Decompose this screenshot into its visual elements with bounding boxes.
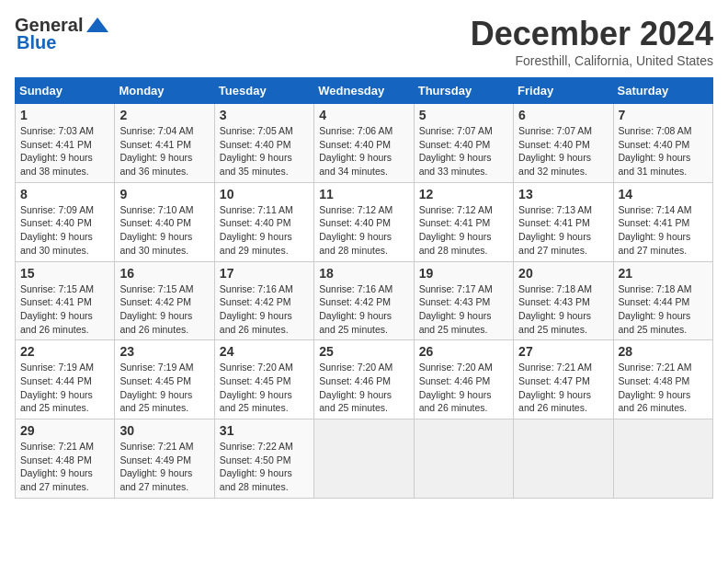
day-number: 14 [619,187,708,201]
day-cell: 7Sunrise: 7:08 AM Sunset: 4:40 PM Daylig… [613,104,712,183]
day-cell: 4Sunrise: 7:06 AM Sunset: 4:40 PM Daylig… [314,104,414,183]
day-number: 30 [119,423,209,438]
day-info: Sunrise: 7:20 AM Sunset: 4:45 PM Dayligh… [220,361,309,415]
day-cell: 3Sunrise: 7:05 AM Sunset: 4:40 PM Daylig… [214,104,313,183]
day-info: Sunrise: 7:22 AM Sunset: 4:50 PM Dayligh… [220,440,309,494]
day-cell: 19Sunrise: 7:17 AM Sunset: 4:43 PM Dayli… [414,261,513,340]
day-cell: 28Sunrise: 7:21 AM Sunset: 4:48 PM Dayli… [613,340,712,419]
day-number: 12 [419,187,508,201]
day-cell: 8Sunrise: 7:09 AM Sunset: 4:40 PM Daylig… [16,182,115,261]
day-info: Sunrise: 7:10 AM Sunset: 4:40 PM Dayligh… [119,203,209,258]
day-cell: 12Sunrise: 7:12 AM Sunset: 4:41 PM Dayli… [414,182,513,261]
day-cell: 6Sunrise: 7:07 AM Sunset: 4:40 PM Daylig… [514,104,613,183]
day-number: 9 [119,187,209,201]
logo-blue: Blue [17,32,56,53]
day-number: 22 [20,344,109,359]
day-cell: 18Sunrise: 7:16 AM Sunset: 4:42 PM Dayli… [314,261,414,340]
day-number: 7 [619,108,708,122]
day-cell: 25Sunrise: 7:20 AM Sunset: 4:46 PM Dayli… [314,340,414,419]
day-number: 2 [119,108,209,122]
calendar-table: SundayMondayTuesdayWednesdayThursdayFrid… [15,77,713,499]
location: Foresthill, California, United States [471,53,713,68]
day-cell: 30Sunrise: 7:21 AM Sunset: 4:49 PM Dayli… [115,419,214,499]
day-cell: 17Sunrise: 7:16 AM Sunset: 4:42 PM Dayli… [214,261,313,340]
day-number: 8 [20,187,109,201]
day-info: Sunrise: 7:09 AM Sunset: 4:40 PM Dayligh… [20,203,109,258]
day-info: Sunrise: 7:20 AM Sunset: 4:46 PM Dayligh… [319,361,408,415]
day-number: 13 [518,187,608,201]
day-info: Sunrise: 7:13 AM Sunset: 4:41 PM Dayligh… [518,203,608,258]
week-row-4: 22Sunrise: 7:19 AM Sunset: 4:44 PM Dayli… [16,340,713,419]
day-info: Sunrise: 7:18 AM Sunset: 4:44 PM Dayligh… [619,282,708,337]
day-number: 28 [619,344,708,359]
day-cell: 23Sunrise: 7:19 AM Sunset: 4:45 PM Dayli… [115,340,214,419]
day-info: Sunrise: 7:15 AM Sunset: 4:41 PM Dayligh… [20,282,109,337]
day-number: 18 [319,266,408,281]
header-tuesday: Tuesday [214,78,313,104]
day-cell: 21Sunrise: 7:18 AM Sunset: 4:44 PM Dayli… [613,261,712,340]
day-number: 26 [419,344,508,359]
day-info: Sunrise: 7:07 AM Sunset: 4:40 PM Dayligh… [518,124,608,178]
day-number: 20 [518,266,608,281]
week-row-1: 1Sunrise: 7:03 AM Sunset: 4:41 PM Daylig… [16,104,713,183]
day-info: Sunrise: 7:06 AM Sunset: 4:40 PM Dayligh… [319,124,408,178]
day-cell [613,419,712,499]
day-info: Sunrise: 7:20 AM Sunset: 4:46 PM Dayligh… [419,361,508,415]
title-area: December 2024 Foresthill, California, Un… [471,15,713,68]
day-cell: 15Sunrise: 7:15 AM Sunset: 4:41 PM Dayli… [16,261,115,340]
day-info: Sunrise: 7:21 AM Sunset: 4:48 PM Dayligh… [20,440,109,494]
day-number: 25 [319,344,408,359]
day-number: 19 [419,266,508,281]
header-thursday: Thursday [414,78,513,104]
header-row: SundayMondayTuesdayWednesdayThursdayFrid… [16,78,713,104]
day-info: Sunrise: 7:12 AM Sunset: 4:40 PM Dayligh… [319,203,408,258]
day-number: 29 [20,423,109,438]
day-info: Sunrise: 7:08 AM Sunset: 4:40 PM Dayligh… [619,124,708,178]
day-info: Sunrise: 7:14 AM Sunset: 4:41 PM Dayligh… [619,203,708,258]
day-info: Sunrise: 7:21 AM Sunset: 4:47 PM Dayligh… [518,361,608,415]
day-cell: 5Sunrise: 7:07 AM Sunset: 4:40 PM Daylig… [414,104,513,183]
month-title: December 2024 [471,15,713,53]
day-number: 3 [220,108,309,122]
day-number: 11 [319,187,408,201]
day-number: 17 [220,266,309,281]
week-row-2: 8Sunrise: 7:09 AM Sunset: 4:40 PM Daylig… [16,182,713,261]
day-number: 10 [220,187,309,201]
day-number: 27 [518,344,608,359]
day-number: 23 [119,344,209,359]
page-header: General Blue December 2024 Foresthill, C… [15,15,713,68]
day-cell [314,419,414,499]
day-info: Sunrise: 7:05 AM Sunset: 4:40 PM Dayligh… [220,124,309,178]
day-number: 24 [220,344,309,359]
day-number: 1 [20,108,109,122]
day-cell [514,419,613,499]
day-cell: 22Sunrise: 7:19 AM Sunset: 4:44 PM Dayli… [16,340,115,419]
day-cell: 16Sunrise: 7:15 AM Sunset: 4:42 PM Dayli… [115,261,214,340]
day-info: Sunrise: 7:03 AM Sunset: 4:41 PM Dayligh… [20,124,109,178]
week-row-3: 15Sunrise: 7:15 AM Sunset: 4:41 PM Dayli… [16,261,713,340]
week-row-5: 29Sunrise: 7:21 AM Sunset: 4:48 PM Dayli… [16,419,713,499]
day-number: 6 [518,108,608,122]
day-number: 4 [319,108,408,122]
logo-icon [85,16,110,36]
day-info: Sunrise: 7:19 AM Sunset: 4:44 PM Dayligh… [20,361,109,415]
day-info: Sunrise: 7:12 AM Sunset: 4:41 PM Dayligh… [419,203,508,258]
day-info: Sunrise: 7:17 AM Sunset: 4:43 PM Dayligh… [419,282,508,337]
header-saturday: Saturday [613,78,712,104]
day-cell: 29Sunrise: 7:21 AM Sunset: 4:48 PM Dayli… [16,419,115,499]
day-info: Sunrise: 7:11 AM Sunset: 4:40 PM Dayligh… [220,203,309,258]
day-cell: 24Sunrise: 7:20 AM Sunset: 4:45 PM Dayli… [214,340,313,419]
day-cell: 11Sunrise: 7:12 AM Sunset: 4:40 PM Dayli… [314,182,414,261]
day-number: 21 [619,266,708,281]
day-cell: 26Sunrise: 7:20 AM Sunset: 4:46 PM Dayli… [414,340,513,419]
logo: General Blue [15,15,110,53]
day-cell: 27Sunrise: 7:21 AM Sunset: 4:47 PM Dayli… [514,340,613,419]
day-info: Sunrise: 7:21 AM Sunset: 4:49 PM Dayligh… [119,440,209,494]
day-number: 16 [119,266,209,281]
day-number: 15 [20,266,109,281]
day-info: Sunrise: 7:16 AM Sunset: 4:42 PM Dayligh… [319,282,408,337]
header-monday: Monday [115,78,214,104]
day-number: 5 [419,108,508,122]
day-cell: 20Sunrise: 7:18 AM Sunset: 4:43 PM Dayli… [514,261,613,340]
svg-marker-0 [86,17,108,32]
